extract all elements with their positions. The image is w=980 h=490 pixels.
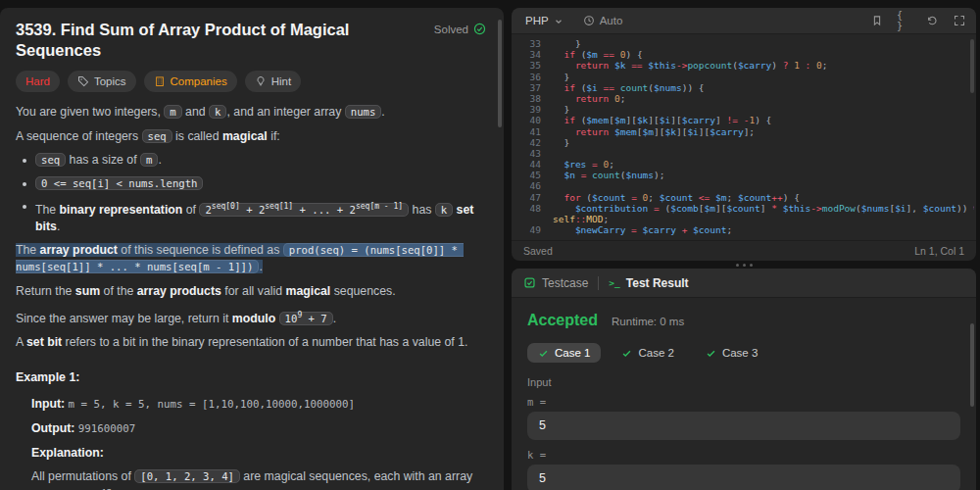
text: All permutations of — [31, 469, 134, 483]
tag-topics[interactable]: Topics — [68, 71, 136, 92]
line-number: 37 — [515, 82, 541, 93]
bullet-item: 0 <= seq[i] < nums.length — [16, 175, 486, 193]
tag-hard[interactable]: Hard — [16, 71, 60, 92]
bold-text: modulo — [232, 312, 275, 325]
bold-text: array products — [137, 284, 221, 298]
bullet-item: The binary representation of 2seq[0] + 2… — [16, 198, 486, 236]
field-label: m = — [527, 396, 960, 408]
text: . — [57, 220, 60, 233]
text: if: — [268, 129, 280, 143]
bold-text: Input: — [31, 397, 69, 411]
text: has a size of — [66, 153, 140, 167]
result-status-row: Accepted Runtime: 0 ms — [527, 312, 960, 329]
case-tab-case-1[interactable]: Case 1 — [527, 343, 601, 363]
paragraph: A sequence of integers seq is called mag… — [16, 128, 486, 146]
horizontal-resize-handle[interactable] — [730, 262, 758, 268]
tag-label: Topics — [94, 75, 126, 87]
line-number: 41 — [515, 126, 541, 137]
field-value[interactable]: 5 — [527, 412, 960, 440]
bold-text: sum — [75, 284, 100, 298]
chevron-down-icon — [554, 17, 564, 26]
tab-label: Testcase — [542, 276, 588, 290]
tag-label: Companies — [171, 75, 227, 87]
line-number: 44 — [515, 159, 541, 170]
code-line: 36 } — [515, 72, 974, 82]
tag-hint[interactable]: Hint — [245, 71, 301, 92]
code-editor-panel: PHP Auto { } 33 }34 if ($m == 0) {35 ret… — [512, 8, 976, 261]
tag-row: HardTopicsCompaniesHint — [16, 71, 486, 92]
bold-text: magical — [285, 284, 330, 298]
case-tabs: Case 1Case 2Case 3 — [527, 343, 960, 363]
example-heading: Example 1: — [16, 369, 486, 387]
paragraph-selected: The array product of this sequence is de… — [16, 242, 486, 276]
text: Return the — [16, 284, 75, 298]
problem-header: 3539. Find Sum of Array Product of Magic… — [16, 20, 486, 61]
text: . — [333, 312, 336, 325]
console-tabbar: Testcase>_Test Result — [512, 269, 976, 298]
problem-scrollbar[interactable] — [498, 20, 502, 127]
field-value[interactable]: 5 — [527, 465, 960, 490]
case-tab-case-2[interactable]: Case 2 — [611, 343, 684, 363]
text: has — [409, 203, 435, 217]
text: for all valid — [221, 284, 286, 298]
code-line: 43 — [515, 148, 974, 159]
line-number: 38 — [515, 93, 541, 104]
braces-icon[interactable]: { } — [897, 14, 911, 28]
inline-code: m — [164, 105, 181, 119]
cursor-position: Ln 1, Col 1 — [914, 245, 964, 257]
code-line: 48 $contribution = ($comb[$m][$count] * … — [515, 203, 974, 214]
line-number: 47 — [515, 192, 541, 203]
code-line: 34 if ($m == 0) { — [515, 49, 974, 60]
paragraph: A set bit refers to a bit in the binary … — [16, 334, 486, 352]
code-lines[interactable]: 33 }34 if ($m == 0) {35 return $k == $th… — [512, 34, 976, 240]
line-number: 45 — [515, 170, 541, 180]
text: . — [259, 260, 262, 273]
undo-icon[interactable] — [924, 14, 939, 28]
checkbox-icon — [523, 276, 536, 289]
line-number: 35 — [515, 60, 541, 71]
code-line: 44 $res = 0; — [515, 159, 974, 170]
code-line: 47 for ($count = 0; $count <= $m; $count… — [515, 192, 974, 203]
bulb-icon — [255, 75, 267, 87]
tab-divider — [598, 276, 599, 290]
bookmark-icon[interactable] — [869, 14, 884, 28]
inline-code: seq — [35, 153, 66, 167]
line-number: 42 — [515, 137, 541, 148]
problem-title: 3539. Find Sum of Array Product of Magic… — [16, 20, 434, 61]
field-label: k = — [527, 449, 960, 461]
tab-label: Test Result — [626, 276, 689, 290]
tab-test-result[interactable]: >_Test Result — [609, 276, 688, 290]
auto-toggle[interactable]: Auto — [583, 15, 623, 26]
terminal-icon: >_ — [609, 277, 619, 288]
code-line: 46 — [515, 180, 974, 191]
line-number: 33 — [515, 38, 541, 49]
result-runtime: Runtime: 0 ms — [612, 316, 684, 327]
line-number: 49 — [515, 224, 541, 235]
code-line: 39 } — [515, 104, 974, 115]
bullet-item: seq has a size of m. — [16, 152, 486, 170]
solved-label: Solved — [434, 24, 468, 35]
paragraph: Since the answer may be large, return it… — [16, 307, 486, 327]
inline-code: seq — [142, 129, 172, 143]
line-number: 36 — [515, 72, 541, 82]
inline-code: nums — [345, 105, 382, 119]
expand-icon[interactable] — [952, 14, 966, 28]
case-tab-case-3[interactable]: Case 3 — [695, 343, 768, 363]
case-label: Case 2 — [638, 347, 673, 359]
console-scrollbar[interactable] — [970, 323, 974, 407]
editor-scrollbar[interactable] — [970, 39, 974, 93]
auto-label: Auto — [600, 15, 623, 26]
tab-testcase[interactable]: Testcase — [523, 276, 588, 290]
tag-companies[interactable]: Companies — [144, 71, 237, 92]
text: and — [182, 105, 209, 119]
line-number: 46 — [515, 180, 541, 191]
line-number — [515, 214, 541, 224]
result-status: Accepted — [527, 312, 598, 329]
check-icon — [621, 348, 632, 359]
language-selector[interactable]: PHP — [521, 13, 567, 28]
code-line: 33 } — [515, 38, 974, 49]
code-line: 45 $n = count($nums); — [515, 170, 974, 180]
saved-indicator: Saved — [523, 245, 553, 257]
code-line: 37 if ($i == count($nums)) { — [515, 82, 974, 93]
paragraph: You are given two integers, m and k, and… — [16, 104, 486, 122]
